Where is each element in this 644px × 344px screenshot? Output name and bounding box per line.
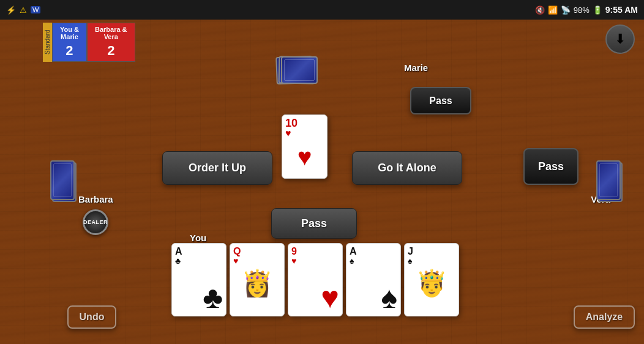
battery-percent: 98%: [574, 6, 590, 15]
hand-card-2[interactable]: 9 ♥ ♥: [288, 243, 343, 316]
warning-icon: ⚠: [20, 6, 27, 15]
hand-card-3[interactable]: A ♠ ♠: [346, 243, 401, 316]
status-left-icons: ⚡ ⚠ W: [6, 6, 40, 15]
clock: 9:55 AM: [605, 5, 638, 15]
hand-card-4[interactable]: J ♠ 🤴: [404, 243, 459, 316]
player-bottom-label: You: [190, 233, 206, 243]
settings-icon-glyph: ⬇: [615, 31, 626, 47]
usb-icon: ⚡: [6, 6, 16, 15]
status-bar: ⚡ ⚠ W 🔇 📶 📡 98% 🔋 9:55 AM: [0, 0, 644, 20]
undo-button[interactable]: Undo: [67, 305, 116, 329]
top-card-3: [281, 56, 318, 84]
hand-card-0-symbol: ♣: [203, 282, 223, 313]
hand-card-0[interactable]: A ♣ ♣: [171, 243, 227, 316]
team1-value: 2: [58, 42, 80, 61]
center-card-suit: ♥: [285, 129, 291, 138]
team1-name: You &Marie: [53, 23, 86, 42]
scoreboard: Standard You &Marie 2 Barbara &Vera 2: [43, 23, 135, 62]
top-deck: [275, 56, 318, 87]
center-card-symbol: ♥: [285, 143, 324, 171]
settings-button[interactable]: ⬇: [605, 24, 635, 54]
marie-pass-button[interactable]: Pass: [410, 87, 471, 114]
hand-card-2-rank: 9: [291, 247, 339, 256]
hand-card-2-symbol: ♥: [321, 282, 339, 313]
pass-center-button[interactable]: Pass: [271, 208, 357, 239]
signal-icon: 📡: [561, 6, 571, 15]
go-it-alone-button[interactable]: Go It Alone: [352, 151, 462, 185]
team1-score: You &Marie 2: [52, 23, 87, 62]
team2-name: Barbara &Vera: [88, 23, 135, 42]
hand-card-3-symbol: ♠: [381, 282, 397, 313]
player-hand: A ♣ ♣ Q ♥ 👸 9 ♥ ♥ A ♠ ♠ J ♠ 🤴: [171, 243, 459, 316]
right-card-2: [596, 160, 621, 200]
player-left-label: Barbara: [78, 194, 113, 204]
hand-card-3-suit: ♠: [350, 256, 397, 265]
pass-right-button[interactable]: Pass: [523, 148, 578, 185]
team2-value: 2: [100, 42, 122, 61]
hand-card-2-suit: ♥: [291, 256, 339, 265]
center-card: 10 ♥ ♥: [282, 114, 328, 179]
jack-face: 🤴: [416, 268, 447, 298]
dealer-badge: DEALER: [83, 209, 108, 235]
hand-card-0-rank: A: [175, 247, 223, 256]
player-top-label: Marie: [404, 62, 428, 73]
hand-card-1[interactable]: Q ♥ 👸: [230, 243, 285, 316]
w-icon: W: [31, 6, 40, 13]
hand-card-3-rank: A: [350, 247, 397, 256]
analyze-button[interactable]: Analyze: [574, 305, 635, 329]
queen-face: 👸: [241, 268, 273, 298]
mute-icon: 🔇: [535, 6, 545, 15]
hand-card-1-face: 👸: [230, 244, 284, 316]
team2-score: Barbara &Vera 2: [87, 23, 135, 62]
game-area: Standard You &Marie 2 Barbara &Vera 2 Ma…: [0, 20, 644, 344]
score-label: Standard: [43, 23, 52, 62]
left-card-2: [50, 160, 75, 200]
hand-card-0-suit: ♣: [175, 256, 223, 265]
center-card-rank: 10: [285, 118, 298, 129]
order-it-up-button[interactable]: Order It Up: [162, 151, 272, 185]
battery-icon: 🔋: [593, 6, 602, 15]
status-right-icons: 🔇 📶 📡 98% 🔋 9:55 AM: [535, 5, 638, 15]
hand-card-4-face: 🤴: [405, 244, 459, 316]
wifi-icon: 📶: [548, 6, 558, 15]
